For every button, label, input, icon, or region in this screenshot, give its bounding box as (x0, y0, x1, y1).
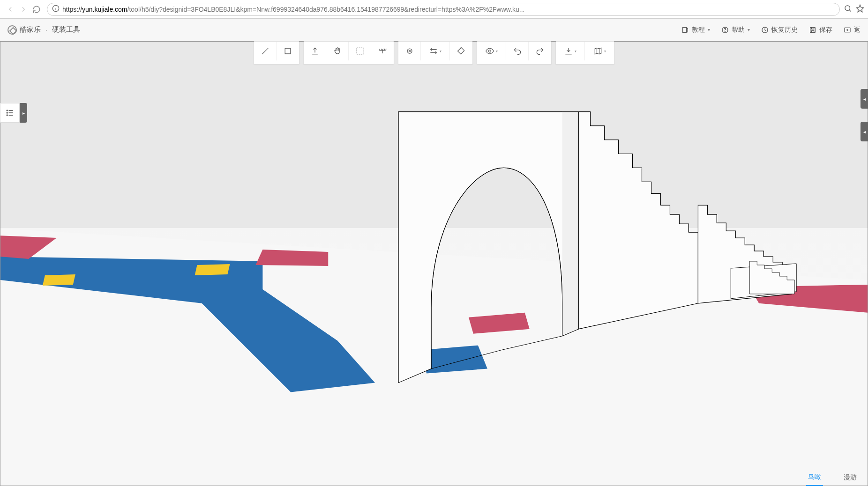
tool-group-draw (254, 41, 299, 65)
browser-reload-button[interactable] (30, 3, 43, 16)
back-label: 返 (854, 26, 861, 34)
tab-roam[interactable]: 漫游 (842, 470, 859, 486)
svg-point-3 (725, 31, 726, 31)
header-actions: 教程 ▾ 帮助 ▾ 恢复历史 保存 返 (681, 26, 861, 34)
svg-marker-14 (422, 346, 487, 374)
chevron-down-icon: ▾ (496, 49, 498, 53)
tool-group-view: ▾ (477, 41, 552, 65)
browser-search-icon[interactable] (844, 4, 852, 14)
expand-right-icon: ▸ (20, 103, 27, 123)
svg-rect-7 (285, 48, 291, 54)
svg-point-22 (7, 112, 7, 113)
svg-point-23 (7, 115, 7, 116)
tool-group-material: ▾ (398, 41, 473, 65)
scene-illustration (0, 42, 868, 486)
list-icon (0, 103, 20, 123)
ceiling-tool[interactable] (371, 42, 394, 60)
chevron-down-icon: ▾ (708, 27, 710, 32)
hand-tool[interactable] (326, 42, 349, 60)
app-header: 酷家乐 · 硬装工具 教程 ▾ 帮助 ▾ 恢复历史 保存 返 (0, 19, 868, 41)
brand-separator: · (45, 26, 47, 34)
right-panel-handle-1[interactable]: ◂ (861, 89, 868, 109)
browser-forward-button[interactable] (17, 3, 30, 16)
rect-tool[interactable] (277, 42, 299, 60)
svg-point-10 (409, 50, 410, 52)
tab-birdseye[interactable]: 鸟瞰 (806, 469, 823, 486)
paint-tool[interactable] (450, 42, 472, 60)
map-tool[interactable]: ▾ (585, 42, 614, 60)
canvas-3d-view[interactable] (0, 41, 868, 486)
svg-rect-8 (357, 48, 363, 54)
svg-rect-6 (845, 28, 850, 32)
url-prefix: https:// (62, 6, 82, 13)
back-button[interactable]: 返 (844, 26, 861, 34)
svg-marker-20 (195, 264, 230, 275)
svg-point-21 (7, 110, 7, 111)
download-tool[interactable]: ▾ (556, 42, 585, 60)
chevron-down-icon: ▾ (575, 49, 576, 53)
svg-rect-5 (810, 27, 816, 32)
tutorial-label: 教程 (692, 26, 705, 34)
tool-group-model (303, 41, 394, 65)
brand-name: 酷家乐 (20, 25, 41, 34)
save-button[interactable]: 保存 (809, 26, 832, 34)
tool-group-export: ▾ ▾ (555, 41, 614, 65)
browser-bar: https://yun.kujiale.com/tool/h5/diy?desi… (0, 0, 868, 19)
url-domain: yun.kujiale.com (82, 6, 127, 13)
browser-star-icon[interactable] (856, 4, 864, 14)
undo-tool[interactable] (506, 42, 529, 60)
line-tool[interactable] (254, 42, 277, 60)
tutorial-button[interactable]: 教程 ▾ (681, 26, 710, 34)
svg-marker-16 (255, 250, 328, 266)
align-tool[interactable]: ▾ (421, 42, 450, 60)
url-path: /tool/h5/diy?designid=3FO4LB0E8JLI&kpm=N… (127, 6, 525, 13)
browser-back-button[interactable] (4, 3, 17, 16)
right-panel-handle-2[interactable]: ◂ (861, 122, 868, 141)
restore-label: 恢复历史 (771, 26, 798, 34)
chevron-down-icon: ▾ (604, 49, 606, 53)
svg-marker-19 (43, 274, 75, 286)
browser-url-bar[interactable]: https://yun.kujiale.com/tool/h5/diy?desi… (47, 3, 840, 16)
svg-point-9 (407, 49, 412, 53)
save-label: 保存 (819, 26, 832, 34)
svg-point-1 (845, 6, 850, 11)
extrude-tool[interactable] (304, 42, 326, 60)
help-button[interactable]: 帮助 ▾ (721, 26, 750, 34)
redo-tool[interactable] (529, 42, 551, 60)
logo-icon (7, 25, 17, 35)
side-panel-toggle[interactable]: ▸ (0, 103, 27, 123)
tool-name: 硬装工具 (52, 25, 80, 34)
view-tabs: 鸟瞰 漫游 (806, 469, 859, 486)
brand: 酷家乐 · 硬装工具 (7, 25, 80, 35)
restore-history-button[interactable]: 恢复历史 (761, 26, 798, 34)
select-area-tool[interactable] (349, 42, 371, 60)
svg-point-11 (489, 50, 491, 52)
visibility-tool[interactable]: ▾ (477, 42, 506, 60)
site-info-icon[interactable] (52, 5, 60, 14)
help-label: 帮助 (732, 26, 745, 34)
chevron-down-icon: ▾ (440, 49, 441, 53)
target-tool[interactable] (398, 42, 421, 60)
chevron-down-icon: ▾ (748, 27, 750, 32)
